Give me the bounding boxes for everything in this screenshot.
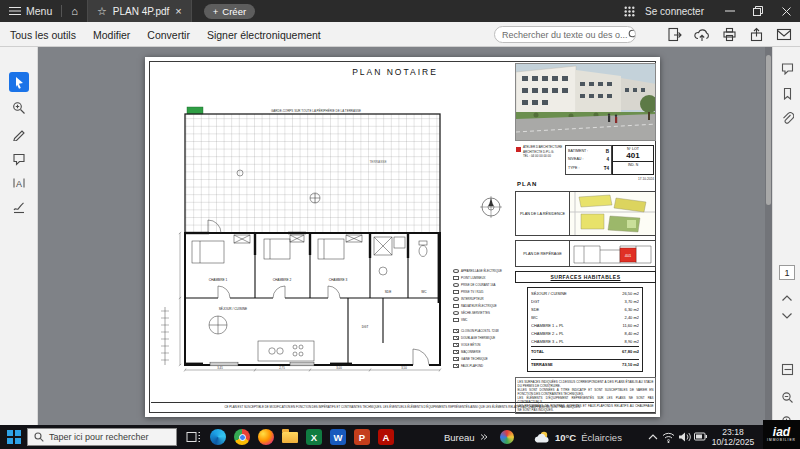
bookmarks-panel-icon[interactable]: [780, 86, 794, 100]
architect-line: TÉL : 04 00 00 00 00: [523, 154, 565, 159]
page-number-box[interactable]: 1: [779, 265, 795, 280]
legend-row: POINT LUMINEUX: [453, 274, 515, 281]
surface-row: CHAMBRE 3 + PL8,90 m2: [531, 338, 639, 346]
share-icon[interactable]: [749, 27, 764, 42]
taskbar-clock[interactable]: 23:18 10/12/2025: [704, 427, 762, 447]
architect-line: ATELIER D'ARCHITECTURE: [523, 145, 565, 150]
close-button[interactable]: [772, 0, 800, 22]
svg-text:2,75: 2,75: [279, 366, 285, 370]
titleblock-column: ATELIER D'ARCHITECTURE ARCHITECTE D.P.L.…: [515, 63, 656, 413]
residence-thumbnail: [570, 192, 655, 235]
pencil-tool-button[interactable]: [9, 124, 29, 144]
create-button[interactable]: + Créer: [204, 4, 255, 19]
legend-row: GAINE TECHNIQUE: [453, 355, 515, 362]
chrome-icon[interactable]: [234, 429, 250, 445]
zoom-tool-button[interactable]: [9, 98, 29, 118]
tab-close-icon[interactable]: ×: [175, 6, 181, 17]
zoom-out-icon[interactable]: [780, 390, 794, 404]
residence-label: PLAN DE LA RÉSIDENCE: [516, 192, 570, 235]
scrollbar-thumb[interactable]: [766, 55, 771, 205]
architect-block: ATELIER D'ARCHITECTURE ARCHITECTE D.P.L.…: [515, 145, 565, 175]
text-tool-button[interactable]: A: [9, 173, 29, 193]
colorful-app-icon[interactable]: [500, 430, 514, 444]
hamburger-icon: [9, 6, 21, 16]
surface-row: WC2,40 m2: [531, 314, 639, 322]
acrobat-icon[interactable]: A: [378, 429, 394, 445]
file-explorer-icon[interactable]: [282, 432, 298, 443]
vertical-scrollbar[interactable]: [765, 47, 772, 425]
home-button[interactable]: ⌂: [62, 0, 87, 22]
restore-button[interactable]: [744, 0, 772, 22]
word-icon[interactable]: W: [330, 429, 346, 445]
firefox-icon[interactable]: [258, 429, 274, 445]
excel-icon[interactable]: X: [306, 429, 322, 445]
reperage-thumbnail: 401: [570, 241, 655, 266]
weather-condition: Éclaircies: [581, 432, 622, 443]
select-tool-button[interactable]: [9, 72, 29, 92]
iad-watermark: iad IMMOBILIER: [763, 420, 800, 449]
residence-key-row: PLAN DE LA RÉSIDENCE: [515, 191, 656, 236]
menu-item-signer[interactable]: Signer électroniquement: [207, 29, 321, 41]
plus-icon: +: [213, 6, 219, 17]
weather-widget[interactable]: 10°C Éclaircies: [534, 425, 622, 449]
wifi-icon[interactable]: [662, 431, 675, 443]
toolbar: Tous les outils Modifier Convertir Signe…: [0, 22, 800, 47]
email-icon[interactable]: [776, 28, 792, 41]
start-button[interactable]: [7, 430, 21, 444]
surfaces-header: SURFACES HABITABLES: [515, 271, 656, 283]
sign-in-button[interactable]: Se connecter: [645, 6, 704, 17]
floor-plan-drawing: GARDE-CORPS SUR TOUTE LA PÉRIPHÉRIE DE L…: [178, 103, 444, 373]
surface-row: DGT3,70 m2: [531, 298, 639, 306]
legend-row: MAÇONNERIE: [453, 348, 515, 355]
minimize-button[interactable]: [716, 0, 744, 22]
clock-time: 23:18: [704, 427, 762, 437]
tab-title: PLAN 4P.pdf: [113, 6, 170, 17]
dimension-ladder: [159, 307, 171, 365]
cloud-upload-icon[interactable]: [694, 27, 710, 42]
legend-hatches: CLOISON PLACOSTIL 72/48 DOUBLAGE THERMIQ…: [453, 327, 515, 369]
menu-item-modifier[interactable]: Modifier: [93, 29, 130, 41]
comments-panel-icon[interactable]: [780, 61, 794, 75]
search-icon[interactable]: [628, 29, 636, 40]
taskbar-search-placeholder: Taper ici pour rechercher: [49, 432, 149, 442]
signature-tool-button[interactable]: [9, 197, 29, 217]
page-down-icon[interactable]: [780, 309, 794, 323]
tray-chevron-icon[interactable]: [648, 433, 658, 441]
apps-grid-icon[interactable]: [624, 6, 635, 17]
menu-button[interactable]: Menu: [0, 0, 61, 22]
architect-logo: [516, 147, 521, 152]
plan-top-label: GARDE-CORPS SUR TOUTE LA PÉRIPHÉRIE DE L…: [271, 108, 361, 113]
task-view-button[interactable]: [186, 430, 201, 444]
attachments-panel-icon[interactable]: [780, 111, 794, 125]
fit-page-icon[interactable]: [780, 362, 794, 376]
menu-item-convertir[interactable]: Convertir: [147, 29, 190, 41]
menu-item-tous-les-outils[interactable]: Tous les outils: [10, 29, 76, 41]
edge-icon[interactable]: [210, 429, 226, 445]
page-up-icon[interactable]: [780, 291, 794, 305]
taskbar-search[interactable]: Taper ici pour rechercher: [27, 428, 177, 446]
powerpoint-icon[interactable]: P: [354, 429, 370, 445]
plan-green-marker: [187, 107, 203, 114]
compass-icon: [479, 195, 503, 219]
surface-terrasse-row: TERRASSE73,10 m2: [531, 359, 639, 369]
star-icon[interactable]: ☆: [97, 6, 107, 17]
export-pdf-icon[interactable]: [667, 27, 682, 42]
home-icon: ⌂: [71, 6, 78, 17]
legend-row: FAUX-PLAFOND: [453, 362, 515, 369]
svg-text:3,00: 3,00: [336, 366, 342, 370]
comment-tool-button[interactable]: [9, 149, 29, 169]
reperage-key-row: PLAN DE REPÉRAGE 401: [515, 240, 656, 267]
weather-icon: [534, 430, 550, 444]
print-icon[interactable]: [722, 27, 737, 42]
residence-photo: [515, 63, 656, 141]
document-tab[interactable]: ☆ PLAN 4P.pdf ×: [87, 0, 192, 22]
sheet-footer-note: CE PLAN EST SUSCEPTIBLE DE MODIFICATION …: [151, 402, 654, 409]
svg-text:SÉJOUR / CUISINE: SÉJOUR / CUISINE: [219, 306, 248, 311]
volume-icon[interactable]: [678, 431, 691, 443]
titleblock-date: 17.10.2024: [638, 177, 654, 181]
search-input[interactable]: Rechercher du texte ou des o...: [494, 26, 636, 43]
document-viewport[interactable]: PLAN NOTAIRE GARDE-CORPS SUR TOUTE LA PÉ…: [38, 47, 772, 425]
desktops-toolbar[interactable]: Bureau: [444, 425, 488, 449]
titleblock-lot: N° LOT 401 IND. N: [612, 145, 654, 175]
acrobat-window: Menu ⌂ ☆ PLAN 4P.pdf × + Créer Se connec…: [0, 0, 800, 449]
